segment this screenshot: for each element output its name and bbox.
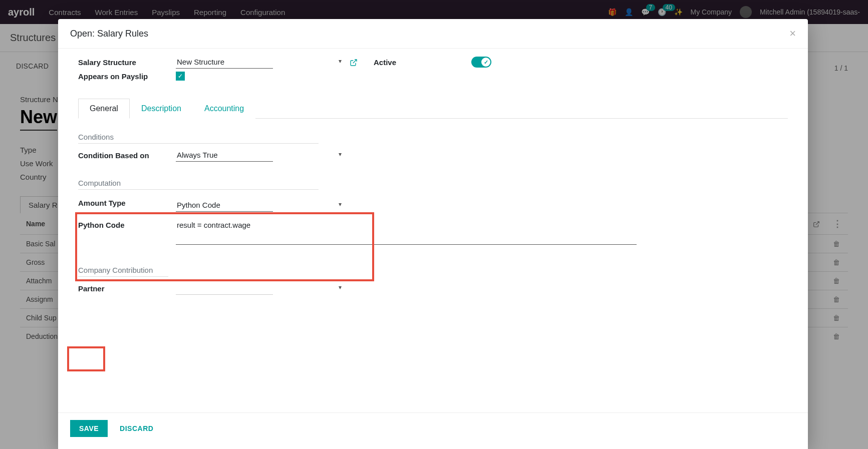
salary-rule-dialog: Open: Salary Rules × Salary Structure Ac… xyxy=(58,19,808,449)
partner-label: Partner xyxy=(78,284,176,293)
dialog-footer: SAVE DISCARD xyxy=(58,412,808,449)
external-link-icon[interactable] xyxy=(350,58,358,67)
partner-input[interactable] xyxy=(176,282,273,295)
salary-structure-label: Salary Structure xyxy=(78,58,176,67)
amount-type-label: Amount Type xyxy=(78,199,176,212)
amount-type-input[interactable] xyxy=(176,199,273,212)
active-toggle[interactable]: ✓ xyxy=(471,57,491,68)
active-label: Active xyxy=(374,58,471,67)
dialog-title: Open: Salary Rules xyxy=(70,29,789,39)
tab-accounting[interactable]: Accounting xyxy=(193,99,255,119)
appears-on-payslip-label: Appears on Payslip xyxy=(78,72,176,81)
python-code-label: Python Code xyxy=(78,219,176,229)
discard-button[interactable]: DISCARD xyxy=(118,420,155,437)
check-icon: ✓ xyxy=(481,58,490,67)
close-icon[interactable]: × xyxy=(789,27,796,40)
tab-description[interactable]: Description xyxy=(130,99,193,119)
form-tabs: General Description Accounting xyxy=(78,99,788,119)
save-button[interactable]: SAVE xyxy=(70,420,108,437)
dialog-header: Open: Salary Rules × xyxy=(58,19,808,49)
company-contribution-section-title: Company Contribution xyxy=(78,266,168,277)
svg-line-1 xyxy=(353,60,357,63)
condition-based-on-input[interactable] xyxy=(176,149,273,162)
computation-section-title: Computation xyxy=(78,179,319,190)
appears-on-payslip-checkbox[interactable]: ✓ xyxy=(176,72,185,81)
conditions-section-title: Conditions xyxy=(78,133,319,144)
condition-based-on-label: Condition Based on xyxy=(78,151,176,160)
dialog-body: Salary Structure Active ✓ Appears on Pay… xyxy=(58,49,808,412)
python-code-input[interactable] xyxy=(176,219,637,245)
tab-general[interactable]: General xyxy=(78,99,130,119)
salary-structure-input[interactable] xyxy=(176,56,273,69)
